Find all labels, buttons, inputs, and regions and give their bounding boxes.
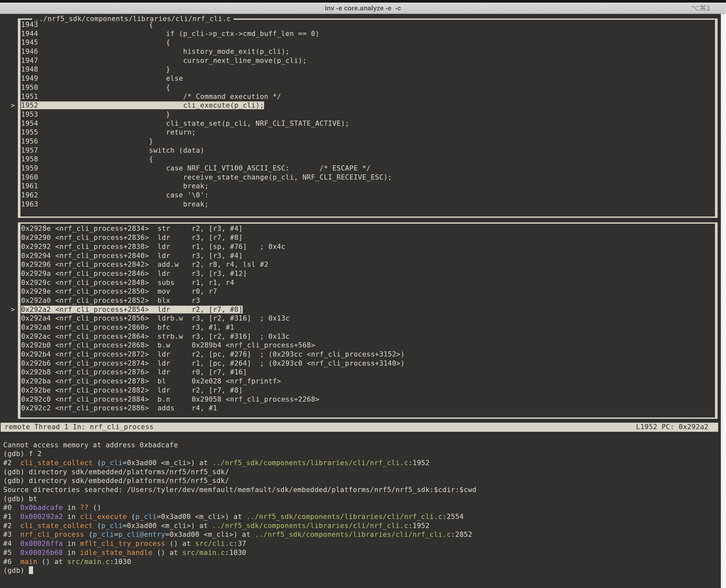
console-text: () at xyxy=(37,558,67,566)
source-line: 1948 } xyxy=(21,65,715,74)
source-lines: 1943 {1944 if (p_cli->p_ctx->cmd_buff_le… xyxy=(20,20,715,216)
console-text: =0x3ad00 <m_cli>) at xyxy=(165,531,255,539)
scrollbar-track[interactable] xyxy=(721,14,726,588)
disassembly-line: 0x29294 <nrf_cli_process+2840> ldr r3, [… xyxy=(21,252,715,260)
source-line: 1946 history_mode_exit(p_cli); xyxy=(21,47,715,57)
console-line: #6 main () at src/main.c:1030 xyxy=(3,558,718,567)
console-text: () at xyxy=(165,540,195,547)
source-line: 1960 receive_state_change(p_cli, NRF_CLI… xyxy=(21,173,715,182)
source-line: 1945 { xyxy=(21,38,715,47)
disassembly-line: 0x292c2 <nrf_cli_process+2886> adds r4, … xyxy=(21,404,715,413)
console-line: (gdb) directory sdk/embedded/platforms/n… xyxy=(3,468,718,477)
terminal-cursor[interactable] xyxy=(29,566,33,574)
function-name: nrf_cli_process xyxy=(20,531,84,539)
console-line: (gdb) directory sdk/embedded/platforms/n… xyxy=(3,477,718,486)
console-line: #5 0x00026b68 in idle_state_handle () at… xyxy=(3,548,718,558)
source-line: 1955 return; xyxy=(21,128,715,137)
source-line: 1950 { xyxy=(21,83,715,92)
function-name: cli_state_collect xyxy=(20,522,93,530)
source-line: 1961 break; xyxy=(21,182,715,191)
gdb-console[interactable]: Cannot access memory at address 0xbadcaf… xyxy=(3,441,718,575)
window-top-edge xyxy=(0,0,726,3)
terminal-body[interactable]: ../nrf5_sdk/components/libraries/cli/nrf… xyxy=(0,14,726,588)
console-text: :2554 xyxy=(442,513,464,521)
variable-name: p_cli xyxy=(93,531,114,539)
disassembly-line: 0x292a0 <nrf_cli_process+2852> blx r3 xyxy=(21,296,715,305)
console-line: #1 0x000292a2 in cli_execute (p_cli=0x3a… xyxy=(3,512,718,522)
console-line: #3 nrf_cli_process (p_cli=p_cli@entry=0x… xyxy=(3,530,718,539)
console-text: (gdb) f 2 xyxy=(3,450,42,458)
function-name: ?? xyxy=(80,504,88,511)
file-path: src/main.c xyxy=(182,549,225,556)
console-text: #2 xyxy=(3,522,20,530)
source-line: 1944 if (p_cli->p_ctx->cmd_buff_len == 0… xyxy=(21,29,715,39)
window-title: inv -e core.analyze -e -c xyxy=(325,4,401,12)
source-line: 1956 } xyxy=(21,137,715,146)
address-text: 0x00026ffa xyxy=(20,540,63,547)
console-text: :1952 xyxy=(408,459,430,467)
console-text: #3 xyxy=(3,531,20,539)
disassembly-line: >0x292a2 <nrf_cli_process+2854> ldr r2, … xyxy=(21,305,715,314)
source-pane[interactable]: ../nrf5_sdk/components/libraries/cli/nrf… xyxy=(18,19,718,218)
console-text: (gdb) directory sdk/embedded/platforms/n… xyxy=(3,477,229,485)
source-line: 1962 case '\0': xyxy=(21,191,715,200)
address-text: 0x00026b68 xyxy=(20,549,63,556)
function-name: main xyxy=(20,558,38,566)
file-path: ../nrf5_sdk/components/libraries/cli/nrf… xyxy=(212,459,408,467)
console-text: :1030 xyxy=(225,549,246,556)
console-text: ( xyxy=(84,531,93,539)
source-line: 1954 cli_state_set(p_cli, NRF_CLI_STATE_… xyxy=(21,119,715,128)
file-path: ../nrf5_sdk/components/libraries/cli/nrf… xyxy=(246,513,442,521)
disassembly-line: 0x2929a <nrf_cli_process+2846> ldr r3, [… xyxy=(21,269,715,278)
gdb-prompt-line[interactable]: (gdb) xyxy=(3,566,718,575)
function-name: idle_state_handle xyxy=(80,549,153,556)
variable-name: p_cli xyxy=(101,522,123,530)
source-line: 1949 else xyxy=(21,74,715,83)
window-shortcut-badge: ⌥⌘1 xyxy=(691,4,710,12)
console-text: ( xyxy=(93,522,101,530)
source-line: 1957 switch (data) xyxy=(21,146,715,155)
variable-name: p_cli xyxy=(101,459,123,467)
console-text: in xyxy=(63,504,80,511)
source-line: 1943 { xyxy=(21,20,715,29)
source-line: 1963 break; xyxy=(21,200,715,209)
console-text: :2852 xyxy=(451,531,472,539)
current-line-marker: > xyxy=(11,101,15,110)
console-line: Cannot access memory at address 0xbadcaf… xyxy=(3,441,718,450)
console-text: #4 xyxy=(3,540,20,547)
source-line: 1959 case NRF_CLI_VT100_ASCII_ESC: /* ES… xyxy=(21,164,715,173)
console-text: in xyxy=(63,540,80,547)
console-line: (gdb) bt xyxy=(3,495,718,504)
disassembly-line: 0x2928e <nrf_cli_process+2834> str r2, [… xyxy=(21,224,715,233)
console-text: #6 xyxy=(3,558,20,566)
disassembly-pane[interactable]: 0x2928e <nrf_cli_process+2834> str r2, [… xyxy=(18,223,718,418)
disassembly-line: 0x292c0 <nrf_cli_process+2884> b.n 0x290… xyxy=(21,395,715,404)
source-line: 1953 } xyxy=(21,110,715,119)
file-path: src/cli.c xyxy=(195,540,233,547)
console-text: () at xyxy=(153,549,182,556)
disassembly-line: 0x2929c <nrf_cli_process+2848> subs r1, … xyxy=(21,278,715,288)
address-text: 0x0badcafe xyxy=(20,504,63,511)
console-text: ( xyxy=(127,513,135,521)
console-text: #2 xyxy=(3,459,20,467)
current-instruction-marker: > xyxy=(11,305,15,314)
console-text: in xyxy=(63,513,80,521)
disassembly-line: 0x292b4 <nrf_cli_process+2872> ldr r2, [… xyxy=(21,350,715,359)
disassembly-line: 0x292ac <nrf_cli_process+2864> strb.w r3… xyxy=(21,332,715,341)
disassembly-line: 0x292b8 <nrf_cli_process+2876> ldr r0, [… xyxy=(21,368,715,377)
function-name: cli_execute xyxy=(80,513,127,521)
disassembly-line: 0x292be <nrf_cli_process+2882> ldr r2, [… xyxy=(21,386,715,395)
console-text: (gdb) directory sdk/embedded/platforms/n… xyxy=(3,468,229,476)
window-titlebar[interactable]: inv -e core.analyze -e -c ⌥⌘1 xyxy=(0,3,726,14)
console-text: =0x3ad00 <m_cli>) at xyxy=(157,513,246,521)
console-text: =0x3ad00 <m_cli>) at xyxy=(123,522,212,530)
console-text: #0 xyxy=(3,504,20,511)
console-text: =0x3ad00 <m_cli>) at xyxy=(123,459,212,467)
console-line: #2 cli_state_collect (p_cli=0x3ad00 <m_c… xyxy=(3,522,718,531)
variable-name: p_cli@entry xyxy=(118,531,165,539)
disassembly-line: 0x292b6 <nrf_cli_process+2874> ldr r1, [… xyxy=(21,359,715,368)
disassembly-line: 0x29290 <nrf_cli_process+2836> ldr r3, [… xyxy=(21,233,715,243)
file-path: src/main.c xyxy=(67,558,110,566)
file-path: ../nrf5_sdk/components/libraries/cli/nrf… xyxy=(255,531,451,539)
console-line: (gdb) f 2 xyxy=(3,449,718,459)
